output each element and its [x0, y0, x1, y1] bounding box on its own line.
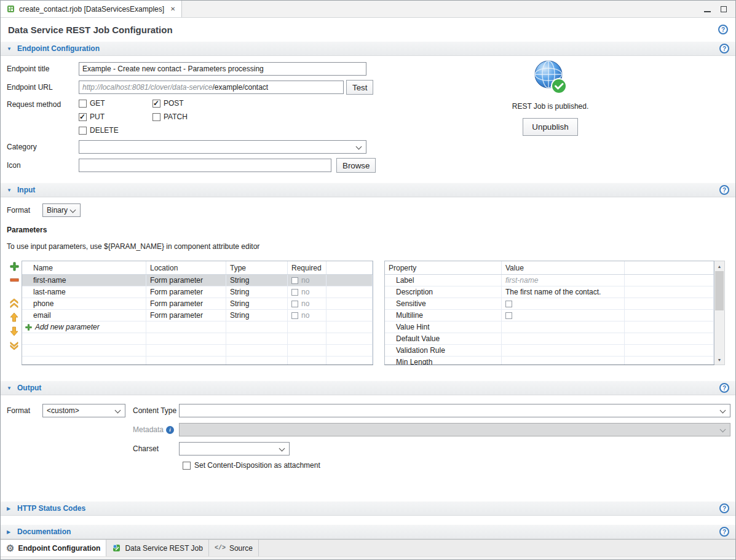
property-row[interactable]: Validation Rule — [385, 345, 714, 357]
cell-value[interactable]: The first name of the contact. — [502, 286, 625, 298]
move-up-icon[interactable] — [10, 312, 18, 322]
column-header-type[interactable]: Type — [226, 261, 288, 274]
column-header-location[interactable]: Location — [146, 261, 226, 274]
property-row[interactable]: Label first-name — [385, 275, 714, 286]
close-icon[interactable]: ✕ — [170, 6, 175, 12]
request-method-label: Request method — [7, 100, 79, 109]
checkbox-icon[interactable] — [79, 113, 87, 121]
cell-value[interactable] — [502, 345, 625, 356]
endpoint-section-header[interactable]: ▼ Endpoint Configuration ? — [1, 41, 735, 56]
icon-path-input[interactable] — [79, 159, 331, 172]
required-checkbox[interactable] — [291, 312, 298, 319]
move-down-icon[interactable] — [10, 326, 18, 336]
column-header-required[interactable]: Required — [288, 261, 326, 274]
minimize-icon[interactable] — [704, 6, 711, 12]
checkbox-icon[interactable] — [152, 113, 160, 121]
tab-data-service-rest-job[interactable]: Data Service REST Job — [106, 540, 209, 556]
endpoint-url-input[interactable]: http://localhost:8081/clover/data-servic… — [79, 81, 344, 94]
required-checkbox[interactable] — [291, 289, 298, 296]
checkbox-icon[interactable] — [152, 100, 160, 108]
collapse-icon[interactable]: ▼ — [7, 187, 13, 193]
column-header-value[interactable]: Value — [502, 261, 625, 274]
property-row[interactable]: Multiline — [385, 310, 714, 321]
documentation-section-header[interactable]: ▶ Documentation ? — [1, 524, 735, 539]
collapse-icon[interactable]: ▼ — [7, 385, 13, 391]
cell-value[interactable] — [502, 357, 625, 365]
cell-name: first-name — [22, 275, 146, 286]
scrollbar-thumb[interactable] — [715, 271, 724, 310]
collapse-icon[interactable]: ▶ — [7, 529, 13, 535]
endpoint-title-input[interactable]: Example - Create new contact - Parameter… — [79, 62, 366, 76]
collapse-icon[interactable]: ▶ — [7, 506, 13, 511]
cell-value[interactable] — [502, 321, 625, 333]
tab-endpoint-configuration[interactable]: ⚙ Endpoint Configuration — [1, 540, 106, 556]
cell-value[interactable] — [502, 333, 625, 344]
content-type-combo[interactable] — [179, 404, 730, 417]
input-section-header[interactable]: ▼ Input ? — [1, 183, 735, 197]
method-post-checkbox[interactable]: POST — [152, 99, 232, 108]
output-format-select[interactable]: <custom> — [42, 404, 125, 417]
multiline-checkbox[interactable] — [505, 312, 512, 319]
parameters-title: Parameters — [7, 226, 735, 234]
add-parameter-row[interactable]: Add new parameter — [22, 321, 373, 333]
required-checkbox[interactable] — [291, 301, 298, 307]
cell-property: Default Value — [385, 333, 502, 344]
output-section-header[interactable]: ▼ Output ? — [1, 381, 735, 395]
move-top-icon[interactable] — [10, 298, 18, 308]
maximize-icon[interactable] — [721, 6, 727, 12]
checkbox-icon[interactable] — [79, 100, 87, 108]
page-title: Data Service REST Job Configuration — [8, 25, 173, 35]
column-header-name[interactable]: Name — [22, 261, 146, 274]
sensitive-checkbox[interactable] — [505, 301, 512, 307]
remove-parameter-icon[interactable] — [10, 275, 19, 285]
add-parameter-icon[interactable] — [10, 262, 19, 271]
editor-tab[interactable]: create_contact.rjob [DataServicesExample… — [1, 1, 182, 17]
collapse-icon[interactable]: ▼ — [7, 46, 13, 52]
info-icon[interactable]: i — [166, 426, 174, 434]
property-row[interactable]: Sensitive — [385, 298, 714, 310]
unpublish-button[interactable]: Unpublish — [523, 118, 577, 136]
content-disposition-checkbox[interactable] — [183, 462, 191, 470]
column-header-property[interactable]: Property — [385, 261, 502, 274]
property-row[interactable]: Min Length — [385, 357, 714, 365]
table-row[interactable]: email Form parameter String no — [22, 310, 373, 321]
method-delete-label: DELETE — [90, 126, 119, 135]
icon-label: Icon — [7, 161, 79, 170]
property-row[interactable]: Description The first name of the contac… — [385, 286, 714, 298]
endpoint-url-suffix: /example/contact — [212, 83, 268, 92]
table-row[interactable]: last-name Form parameter String no — [22, 286, 373, 298]
method-delete-checkbox[interactable]: DELETE — [79, 126, 152, 135]
category-select[interactable] — [79, 140, 366, 154]
method-patch-checkbox[interactable]: PATCH — [152, 112, 232, 121]
properties-scrollbar[interactable]: ▲ ▼ — [714, 261, 725, 365]
tab-source[interactable]: </> Source — [209, 540, 259, 556]
test-button[interactable]: Test — [346, 80, 373, 95]
checkbox-icon[interactable] — [79, 127, 87, 135]
help-icon[interactable]: ? — [719, 527, 729, 537]
help-icon[interactable]: ? — [719, 185, 729, 195]
gear-icon: ⚙ — [6, 543, 14, 553]
http-status-section-header[interactable]: ▶ HTTP Status Codes ? — [1, 501, 735, 516]
property-row[interactable]: Default Value — [385, 333, 714, 345]
scroll-down-icon[interactable]: ▼ — [714, 355, 724, 365]
move-bottom-icon[interactable] — [10, 341, 18, 350]
table-row[interactable]: phone Form parameter String no — [22, 298, 373, 310]
method-post-label: POST — [164, 99, 184, 108]
property-row[interactable]: Value Hint — [385, 321, 714, 333]
tab-label: Data Service REST Job — [125, 544, 203, 553]
help-icon[interactable]: ? — [719, 44, 729, 53]
input-format-select[interactable]: Binary — [42, 203, 81, 217]
required-checkbox[interactable] — [291, 277, 298, 284]
help-icon[interactable]: ? — [718, 25, 728, 34]
cell-value[interactable]: first-name — [502, 275, 625, 286]
help-icon[interactable]: ? — [719, 503, 729, 513]
scroll-up-icon[interactable]: ▲ — [714, 261, 724, 271]
input-format-label: Format — [7, 206, 42, 215]
method-put-checkbox[interactable]: PUT — [79, 112, 152, 121]
cell-property: Label — [385, 275, 502, 286]
browse-button[interactable]: Browse — [336, 158, 376, 173]
charset-select[interactable] — [179, 442, 290, 455]
help-icon[interactable]: ? — [719, 383, 729, 393]
table-row[interactable]: first-name Form parameter String no — [22, 275, 373, 286]
method-get-checkbox[interactable]: GET — [79, 99, 152, 108]
